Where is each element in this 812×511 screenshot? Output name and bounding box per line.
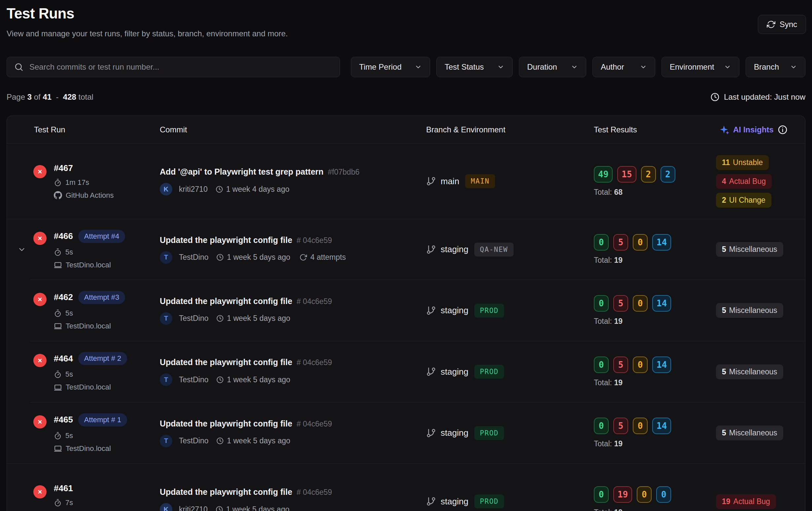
search-box[interactable]: [7, 57, 340, 77]
flaky-count-badge: 0: [637, 486, 651, 503]
flaky-count-badge: 0: [633, 234, 648, 251]
table-header: Test Run Commit Branch & Environment Tes…: [7, 116, 805, 143]
run-source: TestDino.local: [66, 383, 111, 392]
insight-badge-miscellaneous: 5Miscellaneous: [716, 426, 783, 441]
commit-message: Updated the playwright config file: [160, 296, 292, 306]
refresh-icon: [767, 20, 775, 29]
filter-time-period[interactable]: Time Period: [351, 57, 430, 77]
run-duration: 7s: [65, 499, 73, 507]
run-duration: 5s: [65, 309, 73, 317]
commit-message: Updated the playwright config file: [160, 487, 292, 497]
filter-branch[interactable]: Branch: [746, 57, 805, 77]
run-duration: 5s: [65, 431, 73, 440]
run-number: #467: [54, 163, 73, 173]
pagination-info: Page 3 of 41 - 428 total: [7, 92, 93, 102]
commit-hash: # 04c6e59: [296, 236, 332, 245]
time-ago: 1 week 4 days ago: [226, 185, 289, 194]
failed-status-icon: [33, 354, 47, 367]
table-row[interactable]: #464Attempt # 2 5s TestDino.local Update…: [7, 341, 805, 402]
run-source: TestDino.local: [66, 444, 111, 453]
branch-name: staging: [441, 496, 468, 507]
attempt-badge: Attempt # 1: [78, 413, 127, 426]
skipped-count-badge: 14: [652, 418, 671, 434]
sparkles-icon: [719, 125, 729, 135]
failed-count-badge: 15: [617, 166, 636, 182]
clock-icon: [215, 506, 223, 511]
insight-badge-miscellaneous: 5Miscellaneous: [716, 242, 783, 257]
page-title: Test Runs: [7, 5, 812, 22]
environment-badge: PROD: [474, 304, 504, 317]
col-header-branch-env: Branch & Environment: [426, 125, 594, 134]
laptop-icon: [54, 383, 62, 392]
commit-message: Updated the playwright config file: [160, 358, 292, 367]
info-icon[interactable]: [778, 125, 788, 135]
passed-count-badge: 0: [594, 295, 609, 312]
failed-count-badge: 5: [613, 418, 628, 434]
branch-name: main: [441, 176, 459, 187]
table-row[interactable]: #465Attempt # 1 5s TestDino.local Update…: [7, 402, 805, 463]
chevron-down-icon: [724, 63, 731, 70]
total-tests: Total: 19: [594, 317, 622, 326]
failed-status-icon: [33, 485, 47, 499]
search-input[interactable]: [29, 62, 332, 72]
retry-icon: [299, 254, 307, 261]
skipped-count-badge: 14: [652, 357, 671, 373]
time-ago: 1 week 5 days ago: [227, 436, 290, 445]
commit-hash: #f07bdb6: [328, 168, 359, 177]
skipped-count-badge: 14: [652, 295, 671, 312]
laptop-icon: [54, 322, 62, 330]
failed-status-icon: [33, 415, 47, 428]
run-source: TestDino.local: [66, 322, 111, 331]
expand-chevron-icon[interactable]: [18, 245, 26, 254]
total-tests: Total: 19: [594, 256, 622, 265]
run-number: #461: [54, 483, 73, 493]
sync-button[interactable]: Sync: [758, 15, 806, 34]
git-branch-icon: [426, 496, 436, 506]
chevron-down-icon: [640, 63, 647, 70]
page-subtitle: View and manage your test runs, filter b…: [7, 29, 812, 38]
run-source: TestDino.local: [66, 261, 111, 269]
flaky-count-badge: 0: [633, 418, 648, 434]
total-tests: Total: 19: [594, 439, 622, 448]
table-row[interactable]: #466Attempt #4 5s TestDino.local Updated…: [7, 219, 805, 280]
passed-count-badge: 0: [594, 234, 609, 251]
timer-icon: [54, 432, 62, 440]
avatar: K: [160, 183, 172, 195]
run-duration: 5s: [65, 370, 73, 379]
passed-count-badge: 0: [594, 357, 609, 373]
timer-icon: [54, 178, 62, 187]
total-tests: Total: 68: [594, 188, 622, 197]
git-branch-icon: [426, 367, 436, 377]
attempts-count: 4 attempts: [310, 253, 346, 262]
time-ago: 1 week 5 days ago: [227, 253, 290, 262]
sync-label: Sync: [780, 20, 797, 29]
filter-author[interactable]: Author: [592, 57, 655, 77]
author-name: TestDino: [179, 375, 208, 384]
time-ago: 1 week 5 days ago: [226, 505, 289, 511]
filter-environment[interactable]: Environment: [662, 57, 740, 77]
search-icon: [14, 62, 23, 72]
passed-count-badge: 0: [594, 418, 609, 434]
table-row[interactable]: #461 7s GitHub Actions Updated the playw…: [7, 464, 805, 511]
chevron-down-icon: [497, 63, 504, 70]
branch-name: staging: [441, 367, 468, 377]
filter-duration[interactable]: Duration: [519, 57, 586, 77]
failed-status-icon: [33, 165, 47, 178]
failed-count-badge: 5: [613, 234, 628, 251]
skipped-count-badge: 0: [656, 486, 671, 503]
test-runs-table: Test Run Commit Branch & Environment Tes…: [7, 116, 805, 511]
clock-icon: [710, 92, 720, 102]
failed-count-badge: 5: [613, 357, 628, 373]
commit-hash: # 04c6e59: [296, 297, 332, 306]
filter-test-status[interactable]: Test Status: [436, 57, 513, 77]
time-ago: 1 week 5 days ago: [227, 375, 290, 384]
table-row[interactable]: #462Attempt #3 5s TestDino.local Updated…: [7, 280, 805, 341]
insight-badge-actual-bug: 19Actual Bug: [716, 494, 776, 509]
timer-icon: [54, 370, 62, 378]
run-duration: 1m 17s: [65, 178, 89, 187]
clock-icon: [216, 254, 224, 261]
table-row[interactable]: #467 1m 17s GitHub Actions Add '@api' to…: [7, 144, 805, 219]
skipped-count-badge: 14: [652, 234, 671, 251]
author-name: TestDino: [179, 253, 208, 262]
flaky-count-badge: 0: [633, 295, 648, 312]
